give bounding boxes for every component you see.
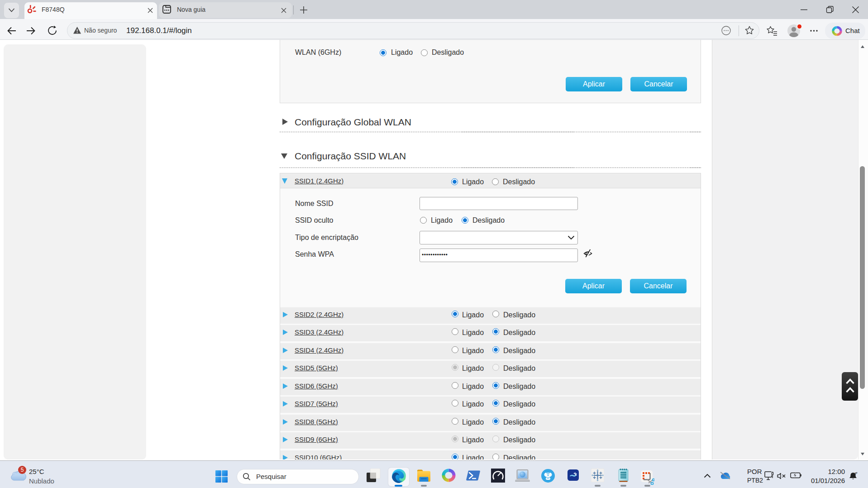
svg-text:z: z xyxy=(856,471,858,474)
